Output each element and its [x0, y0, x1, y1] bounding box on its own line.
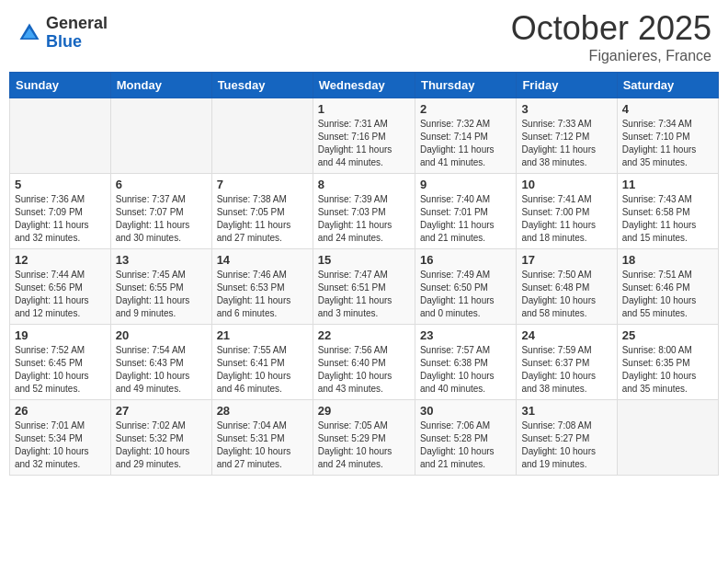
day-number: 30 — [420, 404, 511, 418]
day-number: 17 — [521, 253, 611, 267]
day-number: 23 — [420, 328, 511, 342]
day-number: 12 — [15, 253, 106, 267]
calendar-table: SundayMondayTuesdayWednesdayThursdayFrid… — [9, 72, 719, 476]
day-of-week-header: Sunday — [10, 73, 111, 98]
calendar-day-cell: 26Sunrise: 7:01 AM Sunset: 5:34 PM Dayli… — [10, 400, 111, 476]
location-title: Figanieres, France — [511, 48, 711, 64]
calendar-day-cell: 11Sunrise: 7:43 AM Sunset: 6:58 PM Dayli… — [617, 174, 718, 249]
day-info: Sunrise: 7:40 AM Sunset: 7:01 PM Dayligh… — [420, 193, 511, 245]
calendar-day-cell: 6Sunrise: 7:37 AM Sunset: 7:07 PM Daylig… — [110, 174, 211, 249]
day-of-week-header: Wednesday — [313, 73, 415, 98]
calendar-day-cell: 2Sunrise: 7:32 AM Sunset: 7:14 PM Daylig… — [415, 98, 516, 174]
day-number: 21 — [217, 328, 308, 342]
day-info: Sunrise: 7:44 AM Sunset: 6:56 PM Dayligh… — [15, 269, 106, 320]
day-info: Sunrise: 7:36 AM Sunset: 7:09 PM Dayligh… — [15, 193, 106, 245]
day-number: 28 — [217, 404, 308, 418]
calendar-header-row: SundayMondayTuesdayWednesdayThursdayFrid… — [10, 73, 719, 98]
day-info: Sunrise: 7:06 AM Sunset: 5:28 PM Dayligh… — [420, 419, 511, 471]
day-info: Sunrise: 7:50 AM Sunset: 6:48 PM Dayligh… — [521, 269, 611, 320]
day-info: Sunrise: 7:01 AM Sunset: 5:34 PM Dayligh… — [15, 419, 106, 471]
day-number: 19 — [15, 328, 106, 342]
calendar-day-cell: 23Sunrise: 7:57 AM Sunset: 6:38 PM Dayli… — [415, 325, 516, 400]
day-info: Sunrise: 7:55 AM Sunset: 6:41 PM Dayligh… — [217, 344, 308, 396]
day-number: 24 — [521, 328, 611, 342]
day-number: 20 — [116, 328, 207, 342]
calendar-week-row: 5Sunrise: 7:36 AM Sunset: 7:09 PM Daylig… — [10, 174, 719, 249]
calendar-week-row: 1Sunrise: 7:31 AM Sunset: 7:16 PM Daylig… — [10, 98, 719, 174]
day-number: 13 — [116, 253, 207, 267]
day-of-week-header: Tuesday — [211, 73, 313, 98]
calendar-day-cell: 9Sunrise: 7:40 AM Sunset: 7:01 PM Daylig… — [415, 174, 516, 249]
day-info: Sunrise: 7:52 AM Sunset: 6:45 PM Dayligh… — [15, 344, 106, 396]
day-number: 7 — [217, 178, 308, 191]
day-info: Sunrise: 7:59 AM Sunset: 6:37 PM Dayligh… — [521, 344, 611, 396]
calendar-day-cell: 12Sunrise: 7:44 AM Sunset: 6:56 PM Dayli… — [10, 249, 111, 325]
day-info: Sunrise: 7:39 AM Sunset: 7:03 PM Dayligh… — [318, 193, 410, 245]
day-info: Sunrise: 7:45 AM Sunset: 6:55 PM Dayligh… — [116, 269, 207, 320]
day-number: 31 — [521, 404, 611, 418]
day-of-week-header: Friday — [517, 73, 617, 98]
day-number: 9 — [420, 178, 511, 191]
title-block: October 2025 Figanieres, France — [511, 9, 711, 64]
page-header: General Blue October 2025 Figanieres, Fr… — [9, 9, 719, 64]
day-number: 5 — [15, 178, 106, 191]
day-number: 1 — [318, 102, 410, 116]
calendar-day-cell — [10, 98, 111, 174]
calendar-day-cell: 10Sunrise: 7:41 AM Sunset: 7:00 PM Dayli… — [517, 174, 617, 249]
day-info: Sunrise: 7:54 AM Sunset: 6:43 PM Dayligh… — [116, 344, 207, 396]
day-info: Sunrise: 7:43 AM Sunset: 6:58 PM Dayligh… — [622, 193, 713, 245]
calendar-day-cell: 14Sunrise: 7:46 AM Sunset: 6:53 PM Dayli… — [211, 249, 313, 325]
day-info: Sunrise: 7:31 AM Sunset: 7:16 PM Dayligh… — [318, 118, 410, 169]
day-number: 18 — [622, 253, 713, 267]
day-of-week-header: Thursday — [415, 73, 516, 98]
day-info: Sunrise: 7:46 AM Sunset: 6:53 PM Dayligh… — [217, 269, 308, 320]
calendar-week-row: 12Sunrise: 7:44 AM Sunset: 6:56 PM Dayli… — [10, 249, 719, 325]
calendar-day-cell: 28Sunrise: 7:04 AM Sunset: 5:31 PM Dayli… — [211, 400, 313, 476]
day-number: 2 — [420, 102, 511, 116]
day-info: Sunrise: 7:57 AM Sunset: 6:38 PM Dayligh… — [420, 344, 511, 396]
day-number: 27 — [116, 404, 207, 418]
calendar-day-cell: 27Sunrise: 7:02 AM Sunset: 5:32 PM Dayli… — [110, 400, 211, 476]
day-info: Sunrise: 7:56 AM Sunset: 6:40 PM Dayligh… — [318, 344, 410, 396]
day-info: Sunrise: 7:51 AM Sunset: 6:46 PM Dayligh… — [622, 269, 713, 320]
calendar-week-row: 19Sunrise: 7:52 AM Sunset: 6:45 PM Dayli… — [10, 325, 719, 400]
day-info: Sunrise: 7:33 AM Sunset: 7:12 PM Dayligh… — [521, 118, 611, 169]
calendar-day-cell: 21Sunrise: 7:55 AM Sunset: 6:41 PM Dayli… — [211, 325, 313, 400]
logo-icon — [17, 20, 42, 46]
calendar-day-cell: 25Sunrise: 8:00 AM Sunset: 6:35 PM Dayli… — [617, 325, 718, 400]
calendar-day-cell: 8Sunrise: 7:39 AM Sunset: 7:03 PM Daylig… — [313, 174, 415, 249]
calendar-day-cell — [211, 98, 313, 174]
calendar-day-cell: 13Sunrise: 7:45 AM Sunset: 6:55 PM Dayli… — [110, 249, 211, 325]
logo-blue-text: Blue — [46, 33, 108, 52]
day-number: 29 — [318, 404, 410, 418]
calendar-day-cell — [617, 400, 718, 476]
day-number: 15 — [318, 253, 410, 267]
calendar-day-cell: 22Sunrise: 7:56 AM Sunset: 6:40 PM Dayli… — [313, 325, 415, 400]
calendar-day-cell: 17Sunrise: 7:50 AM Sunset: 6:48 PM Dayli… — [517, 249, 617, 325]
calendar-day-cell: 30Sunrise: 7:06 AM Sunset: 5:28 PM Dayli… — [415, 400, 516, 476]
day-number: 4 — [622, 102, 713, 116]
day-number: 26 — [15, 404, 106, 418]
day-of-week-header: Monday — [110, 73, 211, 98]
day-info: Sunrise: 7:49 AM Sunset: 6:50 PM Dayligh… — [420, 269, 511, 320]
day-number: 6 — [116, 178, 207, 191]
calendar-day-cell: 5Sunrise: 7:36 AM Sunset: 7:09 PM Daylig… — [10, 174, 111, 249]
calendar-day-cell: 19Sunrise: 7:52 AM Sunset: 6:45 PM Dayli… — [10, 325, 111, 400]
calendar-day-cell: 29Sunrise: 7:05 AM Sunset: 5:29 PM Dayli… — [313, 400, 415, 476]
day-info: Sunrise: 7:38 AM Sunset: 7:05 PM Dayligh… — [217, 193, 308, 245]
calendar-day-cell: 20Sunrise: 7:54 AM Sunset: 6:43 PM Dayli… — [110, 325, 211, 400]
day-number: 11 — [622, 178, 713, 191]
day-info: Sunrise: 7:05 AM Sunset: 5:29 PM Dayligh… — [318, 419, 410, 471]
calendar-day-cell: 16Sunrise: 7:49 AM Sunset: 6:50 PM Dayli… — [415, 249, 516, 325]
day-number: 22 — [318, 328, 410, 342]
calendar-week-row: 26Sunrise: 7:01 AM Sunset: 5:34 PM Dayli… — [10, 400, 719, 476]
day-info: Sunrise: 7:37 AM Sunset: 7:07 PM Dayligh… — [116, 193, 207, 245]
month-title: October 2025 — [511, 9, 711, 48]
day-info: Sunrise: 7:02 AM Sunset: 5:32 PM Dayligh… — [116, 419, 207, 471]
calendar-day-cell: 18Sunrise: 7:51 AM Sunset: 6:46 PM Dayli… — [617, 249, 718, 325]
calendar-day-cell: 4Sunrise: 7:34 AM Sunset: 7:10 PM Daylig… — [617, 98, 718, 174]
day-number: 14 — [217, 253, 308, 267]
calendar-day-cell: 31Sunrise: 7:08 AM Sunset: 5:27 PM Dayli… — [517, 400, 617, 476]
day-of-week-header: Saturday — [617, 73, 718, 98]
day-number: 16 — [420, 253, 511, 267]
